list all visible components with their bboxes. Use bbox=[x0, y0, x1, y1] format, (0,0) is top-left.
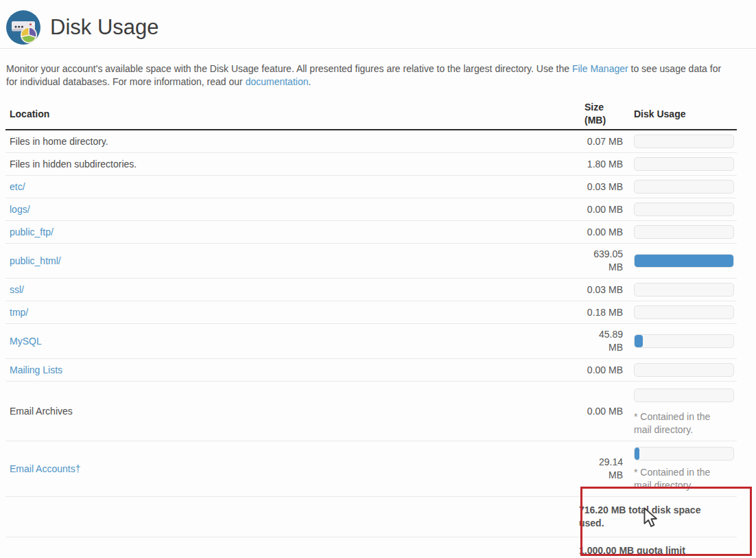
disk-usage-bar-fill bbox=[635, 255, 733, 267]
summary-row: 1,000.00 MB quota limit (670.23 MB used)… bbox=[5, 537, 737, 558]
disk-usage-bar-fill bbox=[635, 447, 639, 460]
location-link-mailing-lists[interactable]: Mailing Lists bbox=[10, 364, 62, 375]
intro-text: Monitor your account's available space w… bbox=[6, 63, 572, 74]
size-value: 0.00 MB bbox=[579, 359, 628, 382]
disk-usage-table: Location Size (MB) Disk Usage Files in h… bbox=[5, 100, 737, 558]
table-row: logs/ 0.00 MB bbox=[5, 198, 737, 221]
mail-directory-note: * Contained in the mail directory. bbox=[634, 466, 737, 492]
location-link-etc[interactable]: etc/ bbox=[10, 181, 25, 192]
location-link-mysql[interactable]: MySQL bbox=[10, 336, 42, 347]
disk-usage-bar bbox=[634, 157, 734, 171]
table-row: tmp/ 0.18 MB bbox=[5, 301, 737, 324]
size-value: 639.05 MB bbox=[579, 244, 628, 279]
disk-usage-bar bbox=[634, 363, 734, 377]
table-row: Files in hidden subdirectories. 1.80 MB bbox=[5, 153, 737, 176]
quota-limit: 1,000.00 MB quota limit (670.23 MB used)… bbox=[579, 544, 737, 558]
table-row: public_ftp/ 0.00 MB bbox=[5, 221, 737, 244]
location-label: Email Archives bbox=[10, 406, 73, 417]
disk-usage-bar bbox=[634, 305, 734, 319]
size-value: 1.80 MB bbox=[579, 153, 628, 176]
size-value: 0.18 MB bbox=[579, 301, 628, 324]
intro-line-1: Monitor your account's available space w… bbox=[6, 62, 756, 75]
location-label: Files in home directory. bbox=[10, 136, 108, 147]
file-manager-link[interactable]: File Manager bbox=[572, 63, 628, 74]
table-row: MySQL 45.89 MB bbox=[5, 324, 737, 359]
mail-directory-note: * Contained in the mail directory. bbox=[634, 410, 737, 437]
page-header: Disk Usage bbox=[0, 0, 756, 49]
location-link-tmp[interactable]: tmp/ bbox=[10, 307, 28, 318]
size-value: 0.07 MB bbox=[579, 130, 628, 153]
table-row: Email Archives 0.00 MB * Contained in th… bbox=[5, 382, 737, 441]
disk-usage-icon bbox=[5, 10, 41, 45]
intro-text: . bbox=[308, 76, 311, 87]
size-value: 0.03 MB bbox=[579, 279, 628, 301]
table-row: etc/ 0.03 MB bbox=[5, 176, 737, 198]
disk-usage-bar bbox=[634, 447, 734, 461]
location-link-logs[interactable]: logs/ bbox=[10, 204, 30, 215]
table-row: Email Accounts† 29.14 MB * Contained in … bbox=[5, 441, 737, 497]
location-link-ssl[interactable]: ssl/ bbox=[10, 284, 24, 295]
total-disk-space-used: 716.20 MB total disk space used. bbox=[579, 504, 737, 530]
column-header-size: Size (MB) bbox=[579, 100, 628, 130]
column-header-location: Location bbox=[5, 100, 579, 130]
disk-usage-bar bbox=[634, 388, 734, 402]
table-row: ssl/ 0.03 MB bbox=[5, 279, 737, 301]
size-value: 0.00 MB bbox=[579, 198, 628, 221]
disk-usage-bar bbox=[634, 180, 734, 194]
disk-usage-bar bbox=[634, 334, 734, 348]
disk-usage-bar bbox=[634, 283, 734, 297]
size-value: 29.14 MB bbox=[579, 441, 628, 497]
location-link-email-accounts[interactable]: Email Accounts† bbox=[10, 463, 81, 474]
summary-row: 716.20 MB total disk space used. bbox=[5, 497, 737, 537]
disk-usage-bar bbox=[634, 225, 734, 239]
location-label: Files in hidden subdirectories. bbox=[10, 159, 137, 170]
table-row: public_html/ 639.05 MB bbox=[5, 244, 737, 279]
location-link-public-ftp[interactable]: public_ftp/ bbox=[10, 226, 54, 237]
size-value: 0.00 MB bbox=[579, 382, 628, 441]
size-value: 0.03 MB bbox=[579, 176, 628, 198]
disk-usage-bar bbox=[634, 135, 734, 148]
column-header-disk-usage: Disk Usage bbox=[628, 100, 737, 130]
table-header-row: Location Size (MB) Disk Usage bbox=[5, 100, 737, 130]
size-value: 45.89 MB bbox=[579, 324, 628, 359]
disk-usage-bar bbox=[634, 202, 734, 216]
intro-paragraph: Monitor your account's available space w… bbox=[6, 62, 756, 89]
table-row: Mailing Lists 0.00 MB bbox=[5, 359, 737, 382]
disk-usage-bar-fill bbox=[635, 335, 643, 347]
intro-text: for individual databases. For more infor… bbox=[6, 76, 246, 87]
page-title: Disk Usage bbox=[50, 15, 159, 40]
location-link-public-html[interactable]: public_html/ bbox=[10, 255, 61, 266]
intro-line-2: for individual databases. For more infor… bbox=[6, 75, 756, 89]
size-value: 0.00 MB bbox=[579, 221, 628, 244]
disk-usage-bar bbox=[634, 254, 734, 268]
table-row: Files in home directory. 0.07 MB bbox=[5, 130, 737, 153]
intro-text: to see usage data for bbox=[628, 63, 721, 74]
documentation-link[interactable]: documentation bbox=[246, 76, 309, 87]
